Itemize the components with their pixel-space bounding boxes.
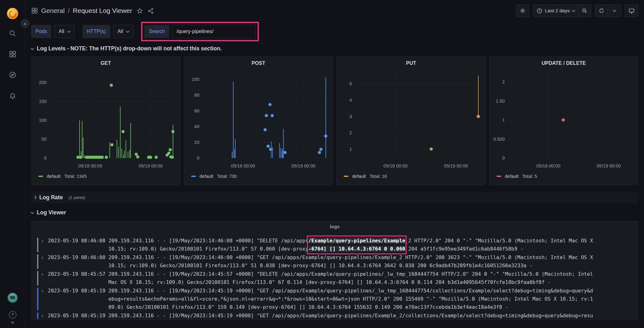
log-text: 2023-05-19 08:45:19 209.159.243.116 - - … [48,312,593,320]
cycle-view-mode-button[interactable] [625,4,638,17]
legend-series-label[interactable]: default [352,174,366,179]
chart-panel-update-delete[interactable]: UPDATE / DELETE05/18 00:0005/19 00:0000.… [489,56,639,185]
svg-text:20: 20 [194,140,199,145]
grafana-logo-icon[interactable] [7,8,18,19]
time-range-picker[interactable]: Last 2 days [533,4,578,17]
dashboard-main: General / Request Log Viewer [25,0,644,320]
help-icon[interactable]: ? [9,311,16,319]
refresh-button[interactable] [595,4,608,17]
legend-series-label[interactable]: default [200,174,214,179]
svg-text:0.500: 0.500 [493,137,504,142]
svg-text:100: 100 [192,77,199,82]
legend-series-label[interactable]: default [47,174,61,179]
log-text: 2023-05-19 08:45:57 209.159.243.116 - - … [48,270,593,286]
log-expand-arrow[interactable]: › [42,270,48,286]
star-icon[interactable] [136,8,143,14]
chevron-down-icon [613,8,616,12]
svg-text:200: 200 [39,80,47,85]
logs-panel: logs ›2023-05-19 08:46:08 209.159.243.11… [31,221,638,320]
svg-text:40: 40 [194,124,199,129]
chart-area: 05/18 00:0005/19 00:0012345 [339,67,483,172]
log-expand-arrow[interactable]: › [42,237,48,253]
filter-bar: Pods All HTTP(s) All Search [31,23,638,40]
log-row[interactable]: ›2023-05-19 08:46:00 209.159.243.116 - -… [36,253,634,270]
svg-text:05/18 00:00: 05/18 00:00 [231,163,255,168]
pods-variable-select[interactable]: All [54,25,75,38]
legend: defaultTotal: 1345 [38,174,178,179]
log-level-bar [37,271,38,286]
breadcrumb: General / Request Log Viewer [31,7,132,14]
row-log-rate[interactable]: Log Rate (1 panel) [31,192,638,203]
log-text: 2023-05-19 08:45:19 209.159.243.116 - - … [48,287,593,311]
svg-text:0: 0 [44,156,47,161]
log-level-bar [37,254,38,269]
log-level-bar [37,313,38,319]
svg-text:100: 100 [39,118,47,123]
svg-text:05/19 00:00: 05/19 00:00 [138,163,163,168]
refresh-icon [598,8,605,14]
svg-text:150: 150 [39,99,47,104]
chart-area: 05/18 00:0005/19 00:00050100150200 [34,67,178,172]
log-row[interactable]: ›2023-05-19 08:45:19 209.159.243.116 - -… [36,312,634,320]
log-line: Mac OS X 10.15; rv:109.0) Gecko/20100101… [48,278,593,286]
magnifier-minus-icon [581,8,588,14]
zoom-out-time-button[interactable] [578,4,591,17]
chevron-right-icon [33,195,36,199]
chart-panel-post[interactable]: POST05/18 00:0005/19 00:00020406080100de… [184,56,333,185]
chevron-down-icon [67,29,71,33]
row-log-viewer[interactable]: Log Viewer [31,209,638,216]
panel-title: UPDATE / DELETE [492,60,636,66]
panel-title: POST [187,60,330,66]
legend: defaultTotal: 730 [191,174,330,179]
svg-text:05/18 00:00: 05/18 00:00 [383,163,408,168]
http-variable-select[interactable]: All [113,25,134,38]
row-log-levels[interactable]: Log Levels - NOTE: The HTTP(s) drop-down… [31,45,638,52]
legend-swatch [497,176,501,177]
svg-text:80: 80 [194,93,199,98]
dashboard-settings-button[interactable] [516,4,529,17]
page-title: Request Log Viewer [73,7,132,14]
chevron-down-icon[interactable] [11,320,14,324]
legend-total: Total: 1345 [64,174,87,179]
clock-icon [536,8,542,14]
search-input[interactable] [172,25,256,38]
timeseries-chart: 05/18 00:0005/19 00:00020406080100 [187,67,329,171]
pods-variable-value: All [58,29,64,34]
search-variable-label: Search [144,25,169,38]
sidebar-item-explore[interactable] [6,70,19,80]
log-expand-arrow[interactable]: › [42,287,48,311]
row-log-rate-count: (1 panel) [69,195,85,200]
svg-text:60: 60 [194,108,199,113]
svg-text:0: 0 [502,156,504,161]
chart-panel-put[interactable]: PUT05/18 00:0005/19 00:0012345defaultTot… [336,56,486,185]
chart-panel-get[interactable]: GET05/18 00:0005/19 00:00050100150200def… [31,56,180,185]
refresh-interval-dropdown[interactable] [608,4,621,17]
legend-swatch [344,176,348,177]
sidebar-item-search[interactable] [6,29,19,38]
log-rows: ›2023-05-19 08:46:08 209.159.243.116 - -… [36,237,634,320]
legend-swatch [38,176,43,177]
apps-grid-icon [31,7,38,14]
log-level-bar [37,288,38,310]
log-row[interactable]: ›2023-05-19 08:46:08 209.159.243.116 - -… [36,237,634,253]
log-expand-arrow[interactable]: › [42,312,48,320]
log-expand-arrow[interactable]: › [42,253,48,270]
chart-area: 05/18 00:0005/19 00:0000.50011.502 [492,67,636,172]
log-row[interactable]: ›2023-05-19 08:45:19 209.159.243.116 - -… [36,287,634,311]
sidebar-expand-button[interactable]: › [21,19,29,28]
share-icon[interactable] [147,8,154,14]
sidebar-item-dashboards[interactable] [6,49,19,59]
sidebar-item-alerting[interactable] [6,91,19,100]
svg-text:05/19 00:00: 05/19 00:00 [291,163,315,168]
breadcrumb-folder[interactable]: General [41,7,65,14]
log-row[interactable]: ›2023-05-19 08:45:57 209.159.243.116 - -… [36,270,634,286]
panel-title: PUT [339,60,483,66]
page-header: General / Request Log Viewer [31,0,638,20]
svg-text:1: 1 [349,147,352,152]
legend-total: Total: 16 [370,174,387,179]
svg-text:4: 4 [349,98,352,103]
user-avatar[interactable] [8,293,18,303]
svg-text:1.50: 1.50 [496,99,504,104]
legend-series-label[interactable]: default [505,174,519,179]
legend-total: Total: 730 [217,174,237,179]
